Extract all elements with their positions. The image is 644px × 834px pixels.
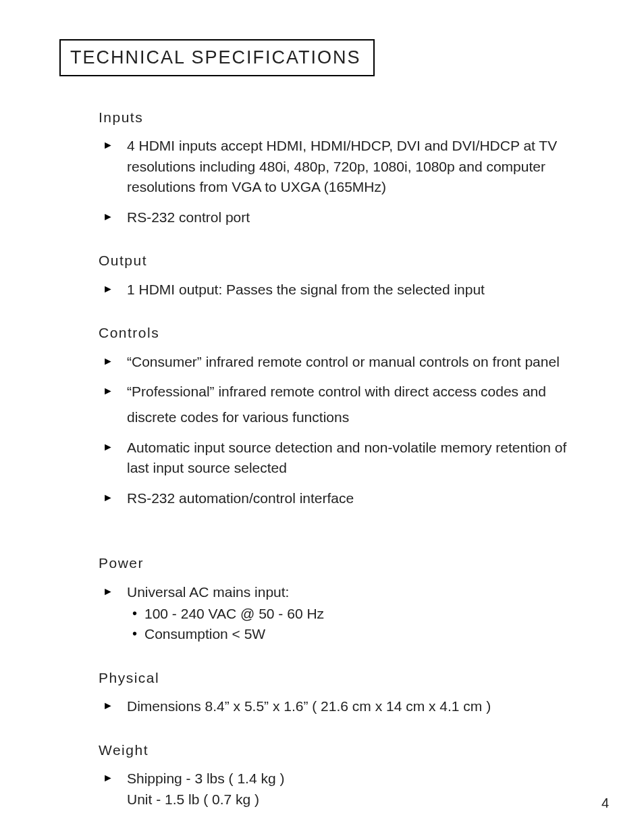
list-item: “Professional” infrared remote control w… — [99, 382, 590, 428]
section-heading-inputs: Inputs — [99, 107, 590, 128]
list-item: RS-232 automation/control interface — [99, 488, 590, 509]
section-heading-weight: Weight — [99, 740, 590, 760]
list-item: 1 HDMI output: Passes the signal from th… — [99, 280, 590, 300]
section-heading-controls: Controls — [99, 323, 590, 343]
spec-list-weight: Shipping - 3 lbs ( 1.4 kg ) Unit - 1.5 l… — [99, 768, 590, 810]
list-item: Shipping - 3 lbs ( 1.4 kg ) Unit - 1.5 l… — [99, 768, 590, 810]
list-item: 4 HDMI inputs accept HDMI, HDMI/HDCP, DV… — [99, 136, 590, 197]
spec-list-output: 1 HDMI output: Passes the signal from th… — [99, 280, 590, 300]
list-item-extra: discrete codes for various functions — [127, 407, 590, 427]
list-item: Universal AC mains input: 100 - 240 VAC … — [99, 582, 590, 645]
list-item-text: “Professional” infrared remote control w… — [127, 384, 546, 399]
content-area: Inputs 4 HDMI inputs accept HDMI, HDMI/H… — [59, 76, 590, 810]
list-item-second: Unit - 1.5 lb ( 0.7 kg ) — [127, 789, 590, 810]
list-item: “Consumer” infrared remote control or ma… — [99, 352, 590, 372]
section-heading-power: Power — [99, 553, 590, 573]
list-item-text: Universal AC mains input: — [127, 584, 289, 600]
list-item: RS-232 control port — [99, 207, 590, 228]
list-item: Dimensions 8.4” x 5.5” x 1.6” ( 21.6 cm … — [99, 696, 590, 716]
sub-list-item: Consumption < 5W — [127, 624, 590, 644]
spec-list-power: Universal AC mains input: 100 - 240 VAC … — [99, 582, 590, 645]
spec-list-physical: Dimensions 8.4” x 5.5” x 1.6” ( 21.6 cm … — [99, 696, 590, 716]
section-heading-output: Output — [99, 251, 590, 271]
page: TECHNICAL SPECIFICATIONS Inputs 4 HDMI i… — [0, 0, 644, 834]
list-item: Automatic input source detection and non… — [99, 438, 590, 479]
page-title: TECHNICAL SPECIFICATIONS — [59, 39, 375, 76]
list-item-text: Shipping - 3 lbs ( 1.4 kg ) — [127, 771, 284, 786]
spec-list-controls: “Consumer” infrared remote control or ma… — [99, 352, 590, 509]
spec-list-inputs: 4 HDMI inputs accept HDMI, HDMI/HDCP, DV… — [99, 136, 590, 228]
page-number: 4 — [601, 796, 609, 811]
sub-list: 100 - 240 VAC @ 50 - 60 Hz Consumption <… — [127, 604, 590, 645]
sub-list-item: 100 - 240 VAC @ 50 - 60 Hz — [127, 604, 590, 624]
section-heading-physical: Physical — [99, 668, 590, 688]
